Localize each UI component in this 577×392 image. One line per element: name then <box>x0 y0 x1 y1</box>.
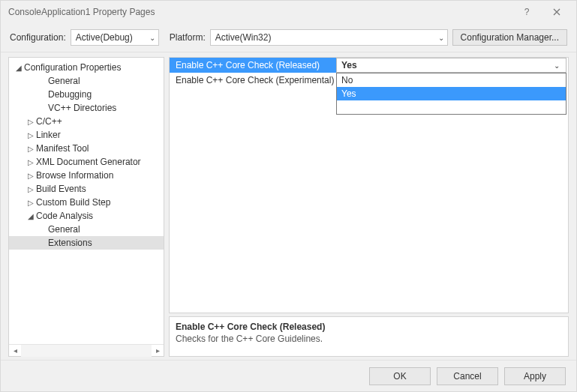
description-title: Enable C++ Core Check (Released) <box>176 322 562 332</box>
tree-item-label: Manifest Tool <box>36 143 161 154</box>
scroll-track[interactable] <box>21 345 152 357</box>
caret-down-icon: ◢ <box>14 64 24 72</box>
property-value-text: Yes <box>341 60 551 70</box>
platform-label: Platform: <box>170 32 206 43</box>
tree-item[interactable]: ▷Browse Information <box>9 169 164 182</box>
tree-item-label: Code Analysis <box>36 211 161 221</box>
tree-item[interactable]: ▷Manifest Tool <box>9 142 164 155</box>
property-value-combo[interactable]: Yes⌄ <box>336 58 566 73</box>
apply-button[interactable]: Apply <box>504 367 566 385</box>
platform-value: Active(Win32) <box>215 32 435 43</box>
caret-down-icon: ◢ <box>26 212 36 220</box>
caret-right-icon: ▷ <box>26 145 36 153</box>
tree-item-label: General <box>48 224 161 235</box>
tree-item-label: General <box>48 76 161 86</box>
caret-right-icon: ▷ <box>26 185 36 193</box>
tree-root[interactable]: ◢Configuration Properties <box>9 61 164 74</box>
chevron-down-icon: ⌄ <box>435 34 444 42</box>
dropdown-option-blank <box>337 100 566 114</box>
tree-item-label: XML Document Generator <box>36 157 161 167</box>
property-name-cell[interactable]: Enable C++ Core Check (Experimental) <box>170 73 336 88</box>
ok-button[interactable]: OK <box>369 367 431 385</box>
tree-item-label: Custom Build Step <box>36 197 161 208</box>
titlebar: ConsoleApplication1 Property Pages ? <box>1 1 576 23</box>
tree-item[interactable]: ▷Extensions <box>9 236 164 250</box>
tree-item-label: Build Events <box>36 184 161 194</box>
close-icon <box>553 8 560 16</box>
nav-tree-panel: ◢Configuration Properties▷General▷Debugg… <box>8 57 164 357</box>
property-name-cell[interactable]: Enable C++ Core Check (Released) <box>170 58 336 73</box>
tree-item[interactable]: ▷C/C++ <box>9 115 164 128</box>
help-button[interactable]: ? <box>512 1 542 22</box>
dialog-body: ◢Configuration Properties▷General▷Debugg… <box>1 52 576 360</box>
tree-item[interactable]: ▷Debugging <box>9 88 164 101</box>
configuration-value: Active(Debug) <box>76 32 146 43</box>
platform-combo[interactable]: Active(Win32) ⌄ <box>210 29 448 46</box>
property-grid: Enable C++ Core Check (Released)Yes⌄Enab… <box>169 57 569 313</box>
window-title: ConsoleApplication1 Property Pages <box>8 7 512 17</box>
caret-right-icon: ▷ <box>26 131 36 139</box>
tree-item-label: Extensions <box>48 238 161 248</box>
property-value-dropdown[interactable]: NoYes <box>336 73 566 115</box>
caret-right-icon: ▷ <box>26 118 36 126</box>
tree-item[interactable]: ▷Linker <box>9 128 164 142</box>
dropdown-option[interactable]: Yes <box>337 87 566 100</box>
caret-right-icon: ▷ <box>26 172 36 180</box>
dialog-footer: OK Cancel Apply <box>1 360 576 391</box>
chevron-down-icon: ⌄ <box>551 61 563 70</box>
configuration-manager-button[interactable]: Configuration Manager... <box>452 29 567 46</box>
configuration-combo[interactable]: Active(Debug) ⌄ <box>71 29 159 46</box>
scroll-left-button[interactable]: ◂ <box>9 346 21 355</box>
configuration-label: Configuration: <box>10 32 66 43</box>
tree-item[interactable]: ▷General <box>9 74 164 88</box>
cancel-button[interactable]: Cancel <box>437 367 498 385</box>
tree-item-label: C/C++ <box>36 116 161 127</box>
tree-item[interactable]: ▷XML Document Generator <box>9 155 164 169</box>
caret-right-icon: ▷ <box>26 199 36 207</box>
tree-horizontal-scrollbar[interactable]: ◂ ▸ <box>9 344 164 356</box>
tree-item[interactable]: ▷VC++ Directories <box>9 101 164 115</box>
property-content: Enable C++ Core Check (Released)Yes⌄Enab… <box>169 57 569 357</box>
property-pages-dialog: ConsoleApplication1 Property Pages ? Con… <box>0 0 577 392</box>
tree-item[interactable]: ▷General <box>9 223 164 236</box>
chevron-down-icon: ⌄ <box>146 34 155 42</box>
tree-item[interactable]: ▷Build Events <box>9 182 164 196</box>
dropdown-option[interactable]: No <box>337 73 566 87</box>
caret-right-icon: ▷ <box>26 158 36 166</box>
config-toolbar: Configuration: Active(Debug) ⌄ Platform:… <box>1 23 576 52</box>
description-panel: Enable C++ Core Check (Released) Checks … <box>169 316 569 357</box>
tree-item-label: Browse Information <box>36 170 161 181</box>
close-button[interactable] <box>542 1 572 22</box>
tree-item[interactable]: ◢Code Analysis <box>9 209 164 223</box>
tree-item-label: VC++ Directories <box>48 103 161 113</box>
tree-item-label: Debugging <box>48 89 161 100</box>
tree-item[interactable]: ▷Custom Build Step <box>9 196 164 209</box>
description-text: Checks for the C++ Core Guidelines. <box>176 334 562 344</box>
scroll-right-button[interactable]: ▸ <box>152 346 164 355</box>
nav-tree[interactable]: ◢Configuration Properties▷General▷Debugg… <box>9 58 164 344</box>
tree-item-label: Linker <box>36 130 161 140</box>
